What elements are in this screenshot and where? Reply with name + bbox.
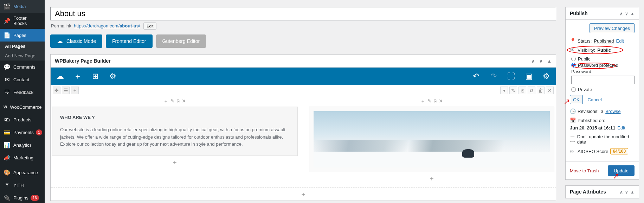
column-left: ＋ ✎ ⎘ ✕ WHO ARE WE ? Our website is a le… <box>52 96 298 185</box>
add-row-icon[interactable]: ＋ <box>51 188 556 201</box>
sidebar-item-media[interactable]: 🎬Media <box>0 0 45 13</box>
preview-changes-button[interactable]: Preview Changes <box>590 23 635 33</box>
published-on-value: Jun 20, 2015 at 16:11 <box>570 125 615 131</box>
image-block[interactable] <box>309 107 555 172</box>
sidebar-item-analytics[interactable]: 📊Analytics <box>0 139 45 151</box>
close-icon[interactable]: ✕ <box>546 87 554 94</box>
cancel-link[interactable]: Cancel <box>587 97 601 102</box>
publish-title: Publish <box>570 11 588 16</box>
chevron-up-icon[interactable]: ∧ <box>620 190 623 195</box>
sidebar-item-contact[interactable]: ✉Contact <box>0 73 45 86</box>
wpbakery-header: WPBakery Page Builder ∧ ∨ ▲ <box>51 55 556 68</box>
ok-button[interactable]: OK <box>570 95 583 104</box>
undo-icon[interactable]: ↶ <box>471 72 481 81</box>
password-label: Password: <box>571 69 635 74</box>
radio-password[interactable]: Password protected <box>571 63 635 68</box>
caret-up-icon[interactable]: ▲ <box>630 11 635 16</box>
sidebar-item-appearance[interactable]: 🎨Appearance <box>0 166 45 179</box>
text-body: Our website is a leading online retailer… <box>60 126 290 148</box>
publish-box-body: Preview Changes 📍 Status: Published Edit… <box>566 20 639 161</box>
chevron-down-icon[interactable]: ∨ <box>625 190 628 195</box>
radio-private[interactable]: Private <box>571 87 635 92</box>
page-settings-icon[interactable]: ⚙ <box>542 72 551 81</box>
admin-sidebar: 🎬Media 📌Footer Blocks 📄Pages All Pages A… <box>0 0 45 203</box>
browse-link[interactable]: Browse <box>605 109 620 114</box>
redo-icon[interactable]: ↷ <box>489 72 498 81</box>
clone-icon[interactable]: ⧉ <box>528 87 535 94</box>
status-edit-link[interactable]: Edit <box>616 38 624 44</box>
sidebar-item-footer-blocks[interactable]: 📌Footer Blocks <box>0 13 45 29</box>
edit-icon[interactable]: ✎ <box>509 87 517 94</box>
sidebar-item-woocommerce[interactable]: WWooCommerce <box>0 101 45 113</box>
sidebar-sub-all-pages[interactable]: All Pages <box>0 42 45 51</box>
chevron-up-icon[interactable]: ∧ <box>620 11 623 16</box>
caret-up-icon[interactable]: ▲ <box>547 58 552 64</box>
payments-icon: 💳 <box>4 129 11 136</box>
main-content: Permalink: https://derdragon.com/about-u… <box>45 0 563 203</box>
fullscreen-icon[interactable]: ⛶ <box>507 72 516 81</box>
sidebar-sub-add-new[interactable]: Add New Page <box>0 51 45 61</box>
col-edit-icon[interactable]: ✎ <box>170 98 175 104</box>
add-element-icon[interactable]: ＋ <box>73 72 82 81</box>
col-delete-icon[interactable]: ✕ <box>439 98 443 104</box>
update-button[interactable]: Update <box>608 165 635 176</box>
sidebar-item-products[interactable]: 🛍Products <box>0 113 45 126</box>
classic-mode-button[interactable]: ☁Classic Mode <box>50 34 102 48</box>
add-below-icon[interactable]: ＋ <box>52 156 298 169</box>
radio-public[interactable]: Public <box>571 56 635 62</box>
publish-footer: Move to Trash Update ↗ <box>566 161 639 179</box>
status-row: 📍 Status: Published Edit <box>570 38 635 44</box>
password-input[interactable] <box>571 76 635 84</box>
wpbakery-panel: WPBakery Page Builder ∧ ∨ ▲ ☁ ＋ ⊞ ⚙ ↶ ↷ … <box>50 54 556 201</box>
published-on-label: Published on: <box>578 118 605 123</box>
aioseo-icon: ⊛ <box>570 148 575 154</box>
drag-icon[interactable]: ✥ <box>53 87 60 94</box>
sidebar-item-feedback[interactable]: 🗨Feedback <box>0 86 45 99</box>
permalink-edit-button[interactable]: Edit <box>143 23 156 30</box>
gutenberg-editor-button[interactable]: Gutenberg Editor <box>156 34 206 48</box>
settings-gear-icon[interactable]: ⚙ <box>108 72 117 81</box>
col-clone-icon[interactable]: ⎘ <box>177 98 180 104</box>
text-block[interactable]: WHO ARE WE ? Our website is a leading on… <box>52 107 298 156</box>
chevron-down-icon[interactable]: ∨ <box>539 58 543 64</box>
row-controls: ✥ ☰ ＋ ▾ ✎ ⎘ ⧉ 🗑 ✕ <box>51 85 556 96</box>
custom-css-icon[interactable]: ▣ <box>524 72 533 81</box>
dont-update-checkbox[interactable] <box>570 137 575 142</box>
sidebar-item-yith[interactable]: YYITH <box>0 179 45 191</box>
columns-icon[interactable]: ☰ <box>62 87 70 94</box>
col-clone-icon[interactable]: ⎘ <box>434 98 437 104</box>
pin-icon: 📍 <box>570 38 575 44</box>
caret-up-icon[interactable]: ▲ <box>630 190 635 195</box>
sidebar-item-comments[interactable]: 💬Comments <box>0 61 45 73</box>
delete-icon[interactable]: 🗑 <box>537 87 545 94</box>
visibility-radio-group: Public Password protected Password: Priv… <box>571 56 635 92</box>
aioseo-label: AIOSEO Score <box>578 149 608 154</box>
template-icon[interactable]: ⊞ <box>91 72 100 81</box>
page-title-input[interactable] <box>50 7 556 20</box>
add-icon[interactable]: ＋ <box>71 87 79 94</box>
add-below-icon[interactable]: ＋ <box>309 172 555 185</box>
chevron-down-icon[interactable]: ∨ <box>625 11 628 16</box>
frontend-editor-button[interactable]: Frontend Editor <box>106 34 153 48</box>
sidebar-item-label: Analytics <box>13 142 32 148</box>
col-add-icon[interactable]: ＋ <box>163 98 168 104</box>
page-attributes-header: Page Attributes ∧∨▲ <box>566 186 639 198</box>
toggle-icon[interactable]: ▾ <box>500 87 508 94</box>
media-icon: 🎬 <box>4 3 11 10</box>
clock-icon: 🕓 <box>570 108 575 114</box>
sidebar-item-pages[interactable]: 📄Pages <box>0 29 45 42</box>
col-delete-icon[interactable]: ✕ <box>182 98 186 104</box>
marketing-icon: 📣 <box>4 154 11 161</box>
col-add-icon[interactable]: ＋ <box>420 98 425 104</box>
chevron-up-icon[interactable]: ∧ <box>532 58 535 64</box>
published-edit-link[interactable]: Edit <box>617 125 625 131</box>
move-to-trash-link[interactable]: Move to Trash <box>570 168 599 173</box>
permalink-link[interactable]: https://derdragon.com/about-us/ <box>74 23 140 28</box>
page-icon: 📄 <box>4 32 11 39</box>
sidebar-item-plugins[interactable]: 🔌Plugins16 <box>0 191 45 203</box>
col-edit-icon[interactable]: ✎ <box>427 98 432 104</box>
sidebar-item-payments[interactable]: 💳Payments1 <box>0 126 45 139</box>
wpb-logo-icon[interactable]: ☁ <box>56 72 65 81</box>
copy-icon[interactable]: ⎘ <box>519 87 526 94</box>
sidebar-item-marketing[interactable]: 📣Marketing <box>0 151 45 164</box>
